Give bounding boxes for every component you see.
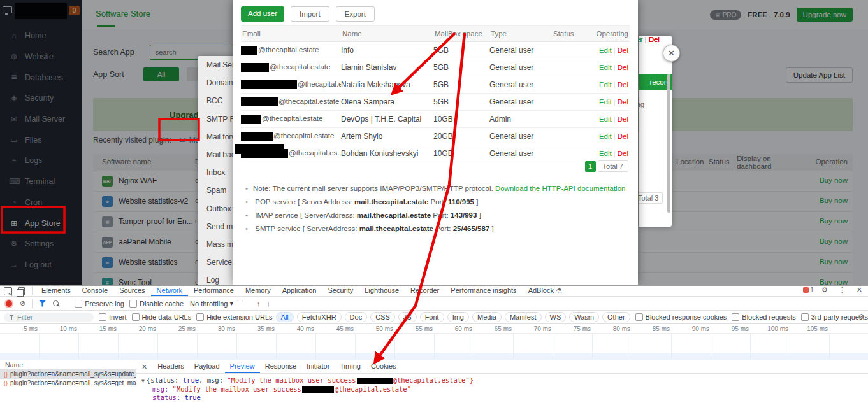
disable-cache-label[interactable]: Disable cache <box>140 300 184 308</box>
network-overview[interactable] <box>0 334 868 360</box>
request-type-chip[interactable]: Manifest <box>505 312 542 322</box>
preserve-log-checkbox[interactable] <box>75 300 82 308</box>
record-icon[interactable] <box>4 299 13 308</box>
filter-checkbox[interactable] <box>635 313 643 321</box>
request-type-chip[interactable]: WS <box>545 312 567 322</box>
import-button[interactable]: Import <box>291 6 329 22</box>
devtools-tab[interactable]: Performance <box>188 286 240 296</box>
device-toolbar-icon[interactable] <box>18 287 25 295</box>
preview-tab[interactable]: Response <box>260 360 302 373</box>
devtools-tab[interactable]: Network <box>151 286 188 296</box>
devtools-tab[interactable]: Console <box>76 286 113 296</box>
json-icon: {} <box>4 370 8 379</box>
search-icon[interactable] <box>53 300 59 306</box>
preview-tab[interactable]: Timing <box>335 360 366 373</box>
edit-link[interactable]: Edit <box>599 98 612 106</box>
devtools-tab[interactable]: Application <box>277 286 322 296</box>
request-type-chip[interactable]: Fetch/XHR <box>297 312 342 322</box>
devtools: Elements Console Sources Network Perform… <box>0 285 868 403</box>
hide-data-urls-label[interactable]: Hide data URLs <box>142 313 192 321</box>
request-row[interactable]: {} plugin?action=a&name=mail_sys&s=get_m… <box>0 379 136 388</box>
request-type-chip[interactable]: Other <box>602 312 630 322</box>
disable-cache-checkbox[interactable] <box>129 300 137 308</box>
hide-extension-urls-checkbox[interactable] <box>196 313 204 321</box>
devtools-tab[interactable]: Performance insights <box>445 286 522 296</box>
preview-tab[interactable]: Payload <box>189 360 225 373</box>
add-user-button[interactable]: Add user <box>241 6 284 22</box>
devtools-tab[interactable]: Memory <box>240 286 277 296</box>
devtools-tab[interactable]: AdBlock <box>523 286 560 296</box>
devtools-tab[interactable]: Lighthouse <box>359 286 405 296</box>
modal-scrollbar[interactable] <box>667 74 670 213</box>
more-menu-icon[interactable]: ⋮ <box>839 286 846 294</box>
filter-checkbox-label[interactable]: Blocked requests <box>742 313 795 321</box>
request-type-chip[interactable]: Wasm <box>569 312 599 322</box>
edit-link[interactable]: Edit <box>599 150 612 157</box>
request-type-chip[interactable]: Img <box>447 312 469 322</box>
hide-extension-urls-label[interactable]: Hide extension URLs <box>206 313 272 321</box>
del-link[interactable]: Del <box>618 132 628 140</box>
http-api-doc-link[interactable]: Download the HTTP-API documentation <box>495 185 626 192</box>
close-request-icon[interactable]: ✕ <box>141 363 147 371</box>
user-type: General user <box>489 132 552 141</box>
hide-data-urls-checkbox[interactable] <box>132 313 140 321</box>
expand-triangle-icon[interactable]: ▼ <box>141 378 145 384</box>
request-type-chip[interactable]: JS <box>398 312 417 322</box>
request-type-chip[interactable]: All <box>276 312 294 322</box>
timeline-tick: 15 ms <box>79 324 119 333</box>
preview-tab[interactable]: Headers <box>152 360 189 373</box>
edit-link[interactable]: Edit <box>599 64 612 71</box>
page-1-button[interactable]: 1 <box>585 161 596 172</box>
name-column-header[interactable]: Name <box>0 360 136 370</box>
invert-label[interactable]: Invert <box>109 313 127 321</box>
devtools-tab[interactable]: Security <box>322 286 359 296</box>
user-type: General user <box>489 63 552 72</box>
edit-link[interactable]: Edit <box>599 132 612 140</box>
del-link[interactable]: Del <box>618 64 628 71</box>
invert-checkbox[interactable] <box>99 313 106 321</box>
filter-checkbox-label[interactable]: Blocked response cookies <box>646 313 727 321</box>
throttling-select[interactable]: No throttling ▾ <box>190 299 233 308</box>
preview-tab[interactable]: Initiator <box>301 360 335 373</box>
filter-checkbox[interactable] <box>732 313 739 321</box>
filter-checkbox[interactable] <box>801 313 809 321</box>
preview-body: ▼{status: true, msg: "Modify the mailbox… <box>136 374 868 402</box>
preserve-log-label[interactable]: Preserve log <box>85 300 124 308</box>
settings-gear-icon[interactable]: ⚙ <box>821 286 828 294</box>
preview-tab[interactable]: Preview <box>225 360 260 373</box>
import-har-icon[interactable]: ↑ <box>257 300 261 308</box>
request-type-chip[interactable]: Doc <box>345 312 368 322</box>
delete-link[interactable]: Del <box>649 36 660 43</box>
edit-link[interactable]: Edit <box>599 115 612 123</box>
request-type-chip[interactable]: CSS <box>370 312 395 322</box>
close-icon[interactable]: ✕ <box>663 45 680 62</box>
request-row[interactable]: {} plugin?action=a&name=mail_sys&s=updat… <box>0 370 136 379</box>
devtools-tab[interactable]: Sources <box>113 286 150 296</box>
export-har-icon[interactable]: ↓ <box>266 300 270 308</box>
user-type: General user <box>489 80 552 89</box>
preview-tab[interactable]: Cookies <box>366 360 401 373</box>
devtools-tab[interactable]: Elements <box>36 286 76 296</box>
network-conditions-icon[interactable]: ⌒ <box>236 299 243 308</box>
network-settings-gear-icon[interactable]: ⚙ <box>858 313 864 321</box>
edit-link[interactable]: Edit <box>599 46 612 54</box>
del-link[interactable]: Del <box>618 150 628 157</box>
edit-link[interactable]: Edit <box>599 81 612 88</box>
col-operating: Operating <box>593 30 630 38</box>
close-devtools-icon[interactable]: ✕ <box>857 286 862 294</box>
json-icon: {} <box>4 379 8 388</box>
error-count-badge[interactable]: 1 <box>803 286 814 293</box>
request-type-chip[interactable]: Media <box>472 312 502 322</box>
devtools-tab[interactable]: Recorder <box>405 286 445 296</box>
del-link[interactable]: Del <box>618 115 628 123</box>
del-link[interactable]: Del <box>618 46 628 54</box>
export-button[interactable]: Export <box>336 6 375 22</box>
clear-icon[interactable]: ⊘ <box>20 299 25 308</box>
del-link[interactable]: Del <box>618 81 628 88</box>
del-link[interactable]: Del <box>618 98 628 106</box>
json-summary-line[interactable]: ▼{status: true, msg: "Modify the mailbox… <box>141 376 868 385</box>
filter-input[interactable]: Filter <box>4 313 94 322</box>
inspect-element-icon[interactable] <box>4 287 12 295</box>
request-type-chip[interactable]: Font <box>420 312 444 322</box>
filter-funnel-icon[interactable] <box>39 300 46 307</box>
